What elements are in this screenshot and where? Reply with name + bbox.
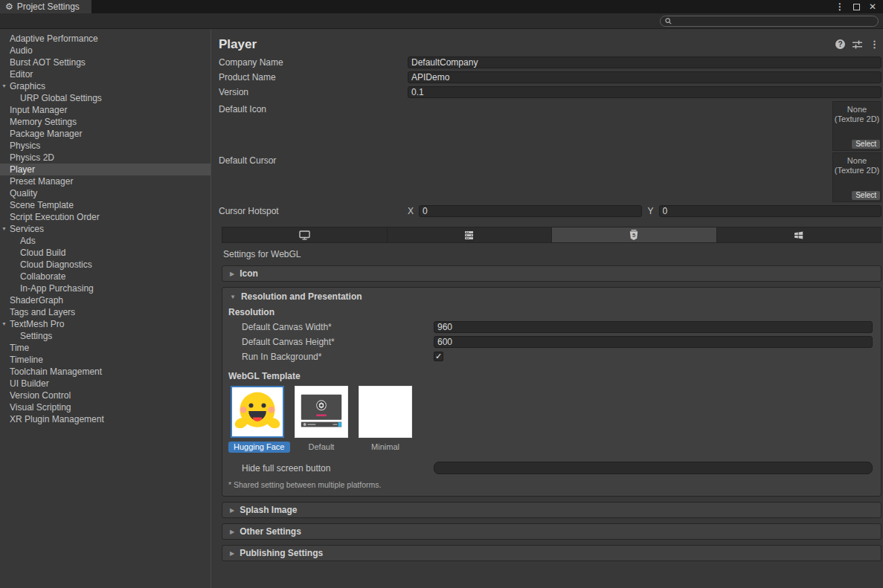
sidebar-item-editor[interactable]: Editor	[0, 68, 211, 80]
canvas-width-input[interactable]	[434, 321, 873, 333]
sidebar-item-time[interactable]: Time	[0, 342, 211, 354]
sidebar-item-memory-settings[interactable]: Memory Settings	[0, 116, 211, 128]
section-other-settings[interactable]: ▶ Other Settings	[222, 523, 882, 540]
sidebar-item-graphics[interactable]: ▼Graphics	[0, 80, 211, 92]
sidebar-item-cloud-build[interactable]: Cloud Build	[0, 247, 211, 259]
section-icon[interactable]: ▶ Icon	[222, 265, 882, 282]
splash-image-label: Splash Image	[240, 505, 297, 515]
default-cursor-texture-slot[interactable]: None (Texture 2D) Select	[832, 152, 882, 202]
sidebar-item-input-manager[interactable]: Input Manager	[0, 104, 211, 116]
product-name-input[interactable]	[408, 71, 882, 83]
sidebar-item-tags-and-layers[interactable]: Tags and Layers	[0, 306, 211, 318]
sidebar-item-player[interactable]: Player	[0, 164, 211, 175]
sidebar-item-label: Cloud Diagnostics	[20, 259, 92, 270]
sidebar-item-physics-2d[interactable]: Physics 2D	[0, 152, 211, 164]
texture-type-text: (Texture 2D)	[833, 114, 881, 124]
sidebar-item-script-execution-order[interactable]: Script Execution Order	[0, 211, 211, 223]
hotspot-y-input[interactable]	[659, 205, 882, 217]
sidebar-item-label: Services	[10, 224, 44, 234]
sidebar-item-adaptive-performance[interactable]: Adaptive Performance	[0, 33, 211, 45]
sidebar-item-label: Physics 2D	[10, 152, 54, 163]
foldout-down-icon[interactable]: ▼	[1, 318, 9, 330]
more-options-icon[interactable]: ⋮	[870, 39, 879, 49]
sidebar-item-physics[interactable]: Physics	[0, 140, 211, 152]
dedicated-server-icon	[464, 230, 474, 240]
help-icon[interactable]: ?	[835, 39, 845, 49]
default-cursor-label: Default Cursor	[219, 152, 408, 166]
version-input[interactable]	[408, 86, 882, 98]
settings-for-platform-label: Settings for WebGL	[223, 249, 882, 260]
sidebar-item-shadergraph[interactable]: ShaderGraph	[0, 294, 211, 306]
window-tab-title: Project Settings	[17, 1, 80, 12]
template-hugging-face[interactable]: Hugging Face	[228, 386, 286, 453]
sidebar-item-preset-manager[interactable]: Preset Manager	[0, 175, 211, 187]
svg-text:5: 5	[632, 231, 635, 238]
company-name-input[interactable]	[408, 56, 882, 68]
sidebar-item-toolchain-management[interactable]: Toolchain Management	[0, 366, 211, 378]
sidebar-item-label: Input Manager	[10, 105, 67, 115]
sidebar-item-urp-global-settings[interactable]: URP Global Settings	[0, 92, 211, 104]
maximize-icon[interactable]	[853, 4, 860, 10]
hotspot-x-input[interactable]	[419, 205, 641, 217]
foldout-right-icon: ▶	[230, 529, 234, 535]
sidebar-item-timeline[interactable]: Timeline	[0, 354, 211, 366]
texture-type-text: (Texture 2D)	[833, 166, 881, 175]
sidebar-item-services[interactable]: ▼Services	[0, 223, 211, 235]
hide-fullscreen-input[interactable]	[434, 462, 873, 474]
sidebar-item-ads[interactable]: Ads	[0, 235, 211, 247]
section-resolution-presentation: ▼ Resolution and Presentation Resolution…	[222, 287, 882, 497]
presets-icon[interactable]	[853, 40, 862, 49]
sidebar-item-label: Physics	[10, 140, 40, 151]
sidebar-item-label: TextMesh Pro	[10, 319, 64, 329]
tab-standalone[interactable]	[222, 227, 388, 242]
sidebar-item-version-control[interactable]: Version Control	[0, 390, 211, 401]
select-texture-button[interactable]: Select	[852, 140, 880, 149]
template-minimal[interactable]: Minimal	[356, 386, 414, 453]
section-publishing-settings[interactable]: ▶ Publishing Settings	[222, 545, 882, 561]
select-texture-button[interactable]: Select	[852, 191, 880, 200]
sidebar-item-visual-scripting[interactable]: Visual Scripting	[0, 401, 211, 413]
sidebar-item-audio[interactable]: Audio	[0, 45, 211, 56]
tab-dedicated-server[interactable]	[388, 227, 553, 242]
sidebar-item-scene-template[interactable]: Scene Template	[0, 199, 211, 211]
hotspot-x-label: X	[408, 206, 414, 216]
hugging-face-emoji-icon	[232, 387, 283, 436]
sidebar-item-collaborate[interactable]: Collaborate	[0, 271, 211, 282]
search-input[interactable]	[675, 17, 873, 26]
standalone-monitor-icon	[299, 230, 310, 240]
sidebar-item-settings[interactable]: Settings	[0, 330, 211, 342]
sidebar-item-quality[interactable]: Quality	[0, 187, 211, 199]
sidebar-item-label: Scene Template	[10, 200, 74, 210]
sidebar-item-label: Ads	[20, 236, 36, 246]
tab-webgl[interactable]: 5	[552, 227, 717, 242]
default-icon-texture-slot[interactable]: None (Texture 2D) Select	[832, 101, 882, 151]
window-menu-icon[interactable]: ⋮	[835, 2, 844, 11]
sidebar-item-xr-plugin-management[interactable]: XR Plugin Management	[0, 413, 211, 425]
close-icon[interactable]: ✕	[869, 2, 876, 11]
canvas-width-label: Default Canvas Width*	[222, 322, 434, 332]
sidebar-item-ui-builder[interactable]: UI Builder	[0, 378, 211, 390]
resolution-presentation-header[interactable]: ▼ Resolution and Presentation	[222, 288, 881, 306]
project-settings-tab[interactable]: ⚙ Project Settings	[0, 0, 91, 13]
sidebar-item-cloud-diagnostics[interactable]: Cloud Diagnostics	[0, 259, 211, 271]
template-name-badge: Default	[304, 442, 340, 453]
sidebar-item-label: Visual Scripting	[10, 402, 71, 413]
sidebar-item-in-app-purchasing[interactable]: In-App Purchasing	[0, 282, 211, 294]
sidebar-item-label: Package Manager	[10, 129, 82, 139]
canvas-height-input[interactable]	[434, 336, 873, 348]
sidebar-item-burst-aot-settings[interactable]: Burst AOT Settings	[0, 56, 211, 68]
template-default[interactable]: Default	[292, 386, 350, 453]
foldout-down-icon[interactable]: ▼	[1, 80, 9, 92]
player-settings-content: Player ? ⋮ Company Name	[211, 30, 883, 588]
search-box[interactable]	[660, 16, 879, 27]
run-in-background-checkbox[interactable]: ✓	[434, 352, 443, 361]
foldout-down-icon[interactable]: ▼	[1, 223, 9, 235]
sidebar-item-label: Quality	[10, 188, 37, 198]
sidebar-item-textmesh-pro[interactable]: ▼TextMesh Pro	[0, 318, 211, 330]
sidebar-item-label: ShaderGraph	[10, 295, 63, 306]
platform-tab-bar: 5	[222, 227, 882, 243]
sidebar-item-package-manager[interactable]: Package Manager	[0, 128, 211, 140]
tab-windows-store[interactable]	[717, 227, 882, 242]
header-actions: ? ⋮	[835, 39, 882, 49]
section-splash-image[interactable]: ▶ Splash Image	[222, 502, 882, 518]
